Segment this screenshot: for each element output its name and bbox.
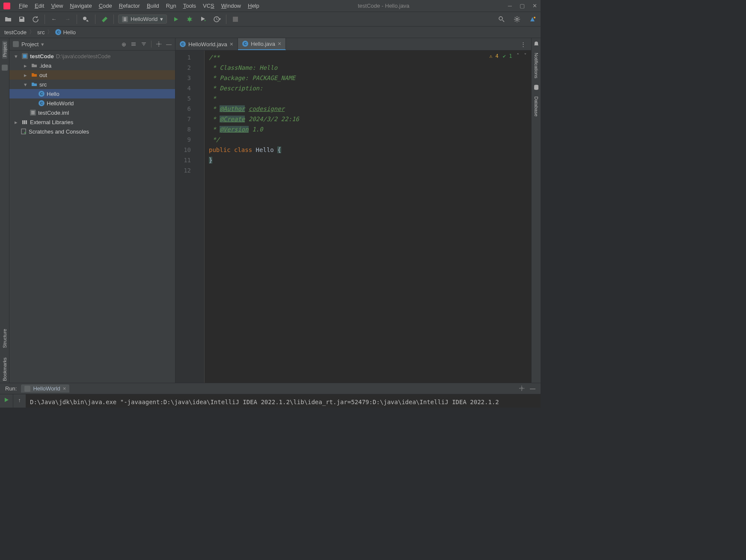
close-icon[interactable]: ✕ xyxy=(532,3,537,9)
crumb-folder[interactable]: src xyxy=(37,29,45,36)
run-panel: Run: HelloWorld × — ↑ ↓ xyxy=(0,383,541,408)
tab-hello[interactable]: C Hello.java × xyxy=(238,38,286,50)
rail-notifications[interactable]: Notifications xyxy=(534,51,539,80)
tree-root[interactable]: ▾ testCode D:\java\code\testCode xyxy=(9,51,175,61)
code: * xyxy=(209,95,216,102)
up-icon[interactable]: ↑ xyxy=(18,397,21,403)
tree-scratch[interactable]: Scratches and Consoles xyxy=(9,127,175,136)
open-icon[interactable] xyxy=(3,15,13,24)
menu-edit[interactable]: Edit xyxy=(35,3,44,9)
run-tab[interactable]: HelloWorld × xyxy=(21,384,69,393)
select-opened-file-icon[interactable]: ⊕ xyxy=(122,41,126,48)
forward-icon[interactable]: → xyxy=(63,15,72,24)
run-header: Run: HelloWorld × — xyxy=(0,383,541,394)
doc-tag: @Create xyxy=(220,116,245,122)
class-icon: C xyxy=(242,41,248,47)
prev-highlight-icon[interactable]: ˆ xyxy=(517,53,520,59)
tree-helloworld[interactable]: C HelloWorld xyxy=(9,98,175,108)
tree-src[interactable]: ▾ src xyxy=(9,80,175,89)
line-num[interactable]: 3 xyxy=(175,73,198,83)
menu-vcs[interactable]: VCS xyxy=(203,3,214,9)
line-num[interactable]: 12 xyxy=(175,165,198,176)
rail-project[interactable]: Project xyxy=(2,41,7,59)
stop-icon[interactable] xyxy=(231,15,240,24)
close-tab-icon[interactable]: × xyxy=(230,41,233,48)
chevron-down-icon: ▾ xyxy=(160,16,163,22)
expand-all-icon[interactable] xyxy=(131,41,137,47)
minimize-icon[interactable]: ─ xyxy=(508,3,512,9)
add-config-icon[interactable] xyxy=(81,15,91,24)
line-num[interactable]: 7 xyxy=(175,114,198,124)
crumb-root[interactable]: testCode xyxy=(4,29,27,36)
bell-icon[interactable] xyxy=(533,41,539,47)
hide-icon[interactable]: — xyxy=(530,385,535,392)
svg-rect-5 xyxy=(233,17,238,22)
rail-database[interactable]: Database xyxy=(534,95,539,118)
tree-out[interactable]: ▸ out xyxy=(9,70,175,80)
tab-helloworld[interactable]: C HelloWorld.java × xyxy=(175,38,238,50)
tree-idea[interactable]: ▸ .idea xyxy=(9,61,175,70)
line-num[interactable]: 1 xyxy=(175,52,198,63)
maximize-icon[interactable]: ▢ xyxy=(520,3,525,9)
rail-commit-icon[interactable] xyxy=(2,65,8,71)
rail-structure[interactable]: Structure xyxy=(2,327,7,350)
menu-file[interactable]: File xyxy=(19,3,28,9)
line-num[interactable]: 11 xyxy=(175,155,198,165)
line-num[interactable]: 8 xyxy=(175,124,198,134)
project-title[interactable]: Project ▾ xyxy=(13,41,44,48)
hide-icon[interactable]: — xyxy=(166,41,172,48)
tree-iml[interactable]: testCode.iml xyxy=(9,108,175,117)
menu-refactor[interactable]: Refactor xyxy=(119,3,140,9)
line-num[interactable]: 4 xyxy=(175,83,198,93)
close-tab-icon[interactable]: × xyxy=(278,40,281,47)
line-num[interactable]: 5 xyxy=(175,93,198,104)
tree-ext[interactable]: ▸ External Libraries xyxy=(9,117,175,127)
line-num[interactable]: 10 xyxy=(175,145,198,155)
editor-body[interactable]: 1 2 3 4 5 6 7 8 9 10 11 12 /** * ClassNa… xyxy=(175,51,531,383)
build-icon[interactable] xyxy=(100,15,109,24)
tree-hello[interactable]: C Hello xyxy=(9,89,175,98)
menu-code[interactable]: Code xyxy=(99,3,112,9)
coverage-icon[interactable] xyxy=(199,15,208,24)
brace: } xyxy=(209,157,212,164)
close-tab-icon[interactable]: × xyxy=(63,385,66,392)
database-icon[interactable] xyxy=(533,84,539,90)
editor-more-icon[interactable]: ⋮ xyxy=(515,38,531,50)
fold-column[interactable] xyxy=(198,51,205,383)
ide-update-icon[interactable] xyxy=(528,15,537,24)
run-console[interactable]: D:\Java\jdk\bin\java.exe "-javaagent:D:\… xyxy=(26,394,541,408)
refresh-icon[interactable] xyxy=(31,15,40,24)
warn-count: 4 xyxy=(496,53,499,59)
line-num[interactable]: 9 xyxy=(175,134,198,145)
editor-problems-status[interactable]: ⚠ 4 ✔ 1 ˆ ˇ xyxy=(489,53,527,59)
rail-bookmarks[interactable]: Bookmarks xyxy=(2,356,7,383)
next-highlight-icon[interactable]: ˇ xyxy=(524,53,527,59)
back-icon[interactable]: ← xyxy=(49,15,59,24)
menu-view[interactable]: View xyxy=(51,3,63,9)
console-line: D:\Java\jdk\bin\java.exe "-javaagent:D:\… xyxy=(30,399,499,405)
ws xyxy=(252,146,256,153)
menu-help[interactable]: Help xyxy=(248,3,259,9)
save-all-icon[interactable] xyxy=(17,15,27,24)
line-num[interactable]: 6 xyxy=(175,104,198,114)
menu-build[interactable]: Build xyxy=(147,3,159,9)
gear-icon[interactable] xyxy=(156,41,162,47)
gear-icon[interactable] xyxy=(519,385,525,392)
debug-icon[interactable] xyxy=(185,15,194,24)
line-num[interactable]: 2 xyxy=(175,63,198,73)
run-config-select[interactable]: HelloWorld ▾ xyxy=(118,15,167,24)
crumb-class[interactable]: C Hello xyxy=(55,29,76,36)
code: 2024/3/2 22:16 xyxy=(245,116,299,122)
code-content[interactable]: /** * ClassName: Hello * Package: PACKAG… xyxy=(205,51,531,383)
menu-run[interactable]: Run xyxy=(166,3,176,9)
project-panel: Project ▾ ⊕ — ▾ t xyxy=(9,38,175,383)
rerun-icon[interactable] xyxy=(3,397,9,403)
menu-navigate[interactable]: Navigate xyxy=(70,3,92,9)
profile-icon[interactable]: ▾ xyxy=(212,15,222,24)
run-icon[interactable] xyxy=(171,15,181,24)
menu-window[interactable]: Window xyxy=(221,3,241,9)
settings-icon[interactable] xyxy=(512,15,522,24)
collapse-all-icon[interactable] xyxy=(141,41,147,47)
menu-tools[interactable]: Tools xyxy=(183,3,196,9)
search-icon[interactable] xyxy=(497,15,506,24)
